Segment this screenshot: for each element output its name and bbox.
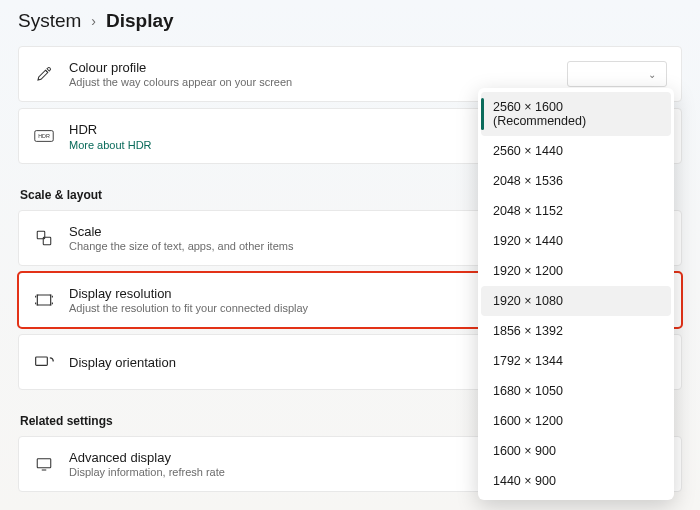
chevron-down-icon: ⌄ xyxy=(648,69,656,80)
resolution-option[interactable]: 2560 × 1440 xyxy=(481,136,671,166)
colour-profile-sub: Adjust the way colours appear on your sc… xyxy=(69,76,553,88)
resolution-option[interactable]: 1920 × 1440 xyxy=(481,226,671,256)
eyedropper-icon xyxy=(33,65,55,83)
resolution-option[interactable]: 1792 × 1344 xyxy=(481,346,671,376)
resolution-option[interactable]: 2560 × 1600 (Recommended) xyxy=(481,92,671,136)
resolution-option[interactable]: 2048 × 1152 xyxy=(481,196,671,226)
chevron-right-icon: › xyxy=(91,13,96,29)
monitor-icon xyxy=(33,456,55,472)
resolution-option[interactable]: 1856 × 1392 xyxy=(481,316,671,346)
svg-rect-5 xyxy=(36,357,48,365)
colour-profile-title: Colour profile xyxy=(69,60,553,75)
breadcrumb-parent[interactable]: System xyxy=(18,10,81,32)
svg-text:HDR: HDR xyxy=(38,133,50,139)
resolution-option[interactable]: 2048 × 1536 xyxy=(481,166,671,196)
svg-rect-4 xyxy=(37,295,50,305)
hdr-icon: HDR xyxy=(33,129,55,143)
orientation-icon xyxy=(33,354,55,370)
resolution-option[interactable]: 1600 × 1200 xyxy=(481,406,671,436)
svg-rect-6 xyxy=(37,459,51,468)
breadcrumb-current: Display xyxy=(106,10,174,32)
scale-icon xyxy=(33,229,55,247)
resolution-option[interactable]: 1920 × 1080 xyxy=(481,286,671,316)
resolution-icon xyxy=(33,291,55,309)
breadcrumb: System › Display xyxy=(0,0,700,46)
resolution-option[interactable]: 1440 × 900 xyxy=(481,466,671,496)
resolution-option[interactable]: 1600 × 900 xyxy=(481,436,671,466)
colour-profile-dropdown[interactable]: ⌄ xyxy=(567,61,667,87)
resolution-dropdown-menu[interactable]: 2560 × 1600 (Recommended)2560 × 14402048… xyxy=(478,88,674,500)
resolution-option[interactable]: 1680 × 1050 xyxy=(481,376,671,406)
resolution-option[interactable]: 1920 × 1200 xyxy=(481,256,671,286)
